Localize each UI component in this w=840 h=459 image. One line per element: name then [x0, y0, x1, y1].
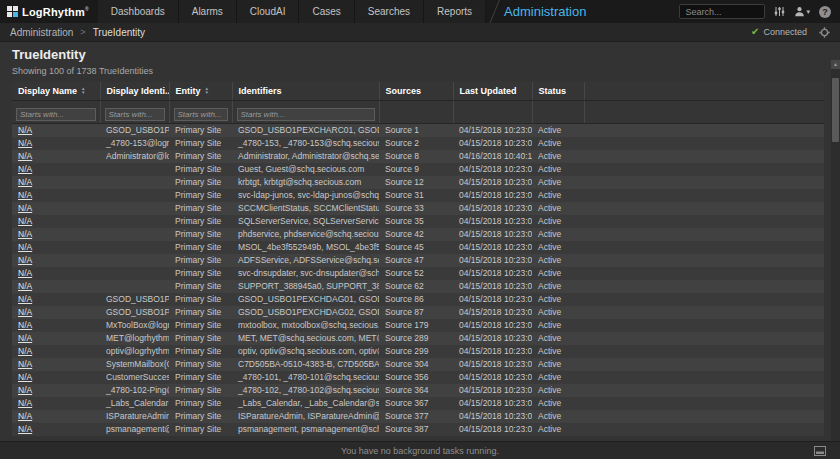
- logrhythm-logo[interactable]: LogRhythm®: [0, 6, 98, 18]
- display-name-link[interactable]: N/A: [18, 255, 32, 265]
- column-header-display-identifier[interactable]: Display Identi...▲▼: [100, 82, 169, 100]
- table-row[interactable]: N/APrimary SiteSUPPORT_388945a0, SUPPORT…: [12, 280, 824, 293]
- filter-input-entity[interactable]: [174, 108, 228, 121]
- connected-toggle[interactable]: ✔ Connected: [751, 27, 807, 37]
- nav-item-alarms[interactable]: Alarms: [179, 0, 237, 23]
- breadcrumb-item-administration[interactable]: Administration: [10, 27, 73, 38]
- cell-filler: [584, 202, 824, 215]
- scroll-up-arrow[interactable]: ▲: [831, 60, 840, 69]
- table-row[interactable]: N/AGSOD_USBO1PEX...Primary SiteGSOD_USBO…: [12, 293, 824, 306]
- table-row[interactable]: N/APrimary Sitephdservice, phdservice@sc…: [12, 228, 824, 241]
- cell-last-updated: 04/15/2018 10:23:03 pm: [453, 319, 532, 332]
- filter-sliders-icon[interactable]: [774, 6, 785, 17]
- filter-input-display-name[interactable]: [16, 108, 96, 121]
- column-header-filler: [584, 82, 824, 100]
- display-name-link[interactable]: N/A: [18, 125, 32, 135]
- display-name-link[interactable]: N/A: [18, 268, 32, 278]
- table-row[interactable]: N/APrimary SiteSCCMClientStatus, SCCMCli…: [12, 202, 824, 215]
- cell-filler: [584, 410, 824, 423]
- filter-input-display-identifier[interactable]: [105, 108, 165, 121]
- display-name-link[interactable]: N/A: [18, 359, 32, 369]
- display-name-link[interactable]: N/A: [18, 320, 32, 330]
- display-name-link[interactable]: N/A: [18, 138, 32, 148]
- cell-display-identifier: [100, 189, 169, 202]
- cell-display-name: N/A: [12, 150, 100, 163]
- column-header-display-name[interactable]: Display Name▲▼: [12, 82, 100, 100]
- table-row[interactable]: N/A_Labs_Calendar@...Primary Site_Labs_C…: [12, 397, 824, 410]
- display-name-link[interactable]: N/A: [18, 424, 32, 434]
- display-name-link[interactable]: N/A: [18, 385, 32, 395]
- table-row[interactable]: N/APrimary SiteADFSService, ADFSService@…: [12, 254, 824, 267]
- nav-item-cloudai[interactable]: CloudAI: [237, 0, 300, 23]
- cell-filler: [584, 123, 824, 137]
- display-name-link[interactable]: N/A: [18, 333, 32, 343]
- table-row[interactable]: N/AGSOD_USBO1PEX...Primary SiteGSOD_USBO…: [12, 123, 824, 137]
- table-row[interactable]: N/A_4780-153@logrh...Primary Site_4780-1…: [12, 137, 824, 150]
- filter-input-identifiers[interactable]: [237, 108, 375, 121]
- display-name-link[interactable]: N/A: [18, 411, 32, 421]
- display-name-link[interactable]: N/A: [18, 372, 32, 382]
- global-search-input[interactable]: [679, 4, 765, 19]
- cell-identifiers: _4780-101, _4780-101@schq.secious.com, C…: [232, 371, 379, 384]
- cell-last-updated: 04/15/2018 10:23:03 pm: [453, 306, 532, 319]
- topbar-actions: ▾ ?: [679, 3, 840, 21]
- cell-last-updated: 04/15/2018 10:23:03 pm: [453, 137, 532, 150]
- table-row[interactable]: N/APrimary Sitekrbtgt, krbtgt@schq.secio…: [12, 176, 824, 189]
- table-row[interactable]: N/AMET@logrhythm...Primary SiteMET, MET@…: [12, 332, 824, 345]
- display-name-link[interactable]: N/A: [18, 216, 32, 226]
- column-header-identifiers: Identifiers: [232, 82, 379, 100]
- cell-filler: [584, 137, 824, 150]
- column-header-entity[interactable]: Entity▲▼: [169, 82, 232, 100]
- display-name-link[interactable]: N/A: [18, 164, 32, 174]
- display-name-link[interactable]: N/A: [18, 190, 32, 200]
- table-row[interactable]: N/AGSOD_USBO1PEX...Primary SiteGSOD_USBO…: [12, 306, 824, 319]
- cell-display-identifier: GSOD_USBO1PEX...: [100, 293, 169, 306]
- display-name-link[interactable]: N/A: [18, 294, 32, 304]
- scrollbar-thumb[interactable]: [832, 78, 839, 142]
- cell-entity: Primary Site: [169, 332, 232, 345]
- table-row[interactable]: N/APrimary SiteSQLServerService, SQLServ…: [12, 215, 824, 228]
- background-tasks-icon[interactable]: [814, 446, 826, 456]
- table-row[interactable]: N/ACustomerSuccess...Primary Site_4780-1…: [12, 371, 824, 384]
- table-row[interactable]: N/Apsmanagement@...Primary Sitepsmanagem…: [12, 423, 824, 436]
- table-row[interactable]: N/AISParatureAdmin...Primary SiteISParat…: [12, 410, 824, 423]
- background-tasks-message: You have no background tasks running.: [341, 446, 499, 456]
- cell-status: Active: [532, 267, 584, 280]
- nav-item-dashboards[interactable]: Dashboards: [98, 0, 179, 23]
- column-label: Display Identi...: [107, 86, 170, 96]
- table-row[interactable]: N/ASystemMailbox{C...Primary SiteC7D505B…: [12, 358, 824, 371]
- display-name-link[interactable]: N/A: [18, 177, 32, 187]
- nav-item-cases[interactable]: Cases: [299, 0, 354, 23]
- user-menu-button[interactable]: ▾: [794, 3, 810, 21]
- table-row[interactable]: N/APrimary SiteMSOL_4be3f552949b, MSOL_4…: [12, 241, 824, 254]
- cell-last-updated: 04/15/2018 10:23:03 pm: [453, 358, 532, 371]
- table-filter-row: [12, 100, 824, 123]
- cell-entity: Primary Site: [169, 345, 232, 358]
- help-icon[interactable]: ?: [819, 6, 831, 18]
- table-row[interactable]: N/Aoptiv@logrhythm...Primary Siteoptiv, …: [12, 345, 824, 358]
- trademark-mark: ®: [85, 6, 89, 12]
- cell-entity: Primary Site: [169, 189, 232, 202]
- cell-last-updated: 04/15/2018 10:23:03 pm: [453, 410, 532, 423]
- display-name-link[interactable]: N/A: [18, 281, 32, 291]
- display-name-link[interactable]: N/A: [18, 398, 32, 408]
- table-row[interactable]: N/APrimary Sitesvc-dnsupdater, svc-dnsup…: [12, 267, 824, 280]
- table-row[interactable]: N/A_4780-102-Ping@...Primary Site_4780-1…: [12, 384, 824, 397]
- cell-display-name: N/A: [12, 267, 100, 280]
- cell-sources: Source 12: [379, 176, 453, 189]
- gear-icon[interactable]: [819, 27, 830, 38]
- nav-item-reports[interactable]: Reports: [424, 0, 486, 23]
- nav-item-searches[interactable]: Searches: [355, 0, 424, 23]
- table-row[interactable]: N/APrimary SiteGuest, Guest@schq.secious…: [12, 163, 824, 176]
- vertical-scrollbar[interactable]: ▲: [831, 60, 840, 441]
- table-row[interactable]: N/AAdministrator@lo...Primary SiteAdmini…: [12, 150, 824, 163]
- table-row[interactable]: N/APrimary Sitesvc-ldap-junos, svc-ldap-…: [12, 189, 824, 202]
- display-name-link[interactable]: N/A: [18, 346, 32, 356]
- display-name-link[interactable]: N/A: [18, 307, 32, 317]
- display-name-link[interactable]: N/A: [18, 203, 32, 213]
- table-row[interactable]: N/AMxToolBox@logr...Primary Sitemxtoolbo…: [12, 319, 824, 332]
- display-name-link[interactable]: N/A: [18, 242, 32, 252]
- display-name-link[interactable]: N/A: [18, 229, 32, 239]
- cell-identifiers: GSOD_USBO1PEXCHDAG02, GSOD_USBO1...: [232, 306, 379, 319]
- display-name-link[interactable]: N/A: [18, 151, 32, 161]
